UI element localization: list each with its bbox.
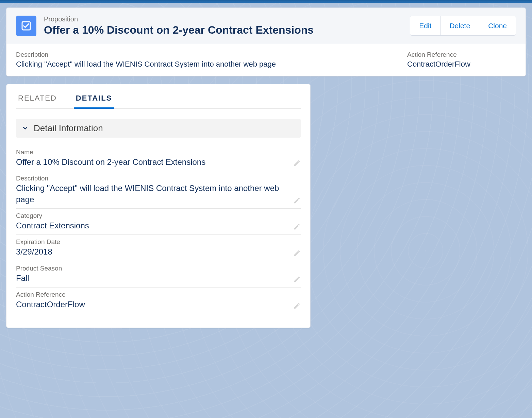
edit-button[interactable]: Edit bbox=[410, 16, 440, 35]
field-description: Description Clicking "Accept" will load … bbox=[16, 171, 301, 209]
field-actionref-label: Action Reference bbox=[16, 291, 288, 298]
tab-related[interactable]: RELATED bbox=[16, 90, 59, 109]
clone-button[interactable]: Clone bbox=[479, 16, 516, 35]
field-category: Category Contract Extensions bbox=[16, 209, 301, 235]
pencil-icon[interactable] bbox=[293, 197, 301, 204]
highlight-description-label: Description bbox=[16, 51, 394, 58]
pencil-icon[interactable] bbox=[293, 159, 301, 167]
field-season-value: Fall bbox=[16, 273, 288, 284]
delete-button[interactable]: Delete bbox=[440, 16, 479, 35]
pencil-icon[interactable] bbox=[293, 249, 301, 257]
pencil-icon[interactable] bbox=[293, 223, 301, 230]
field-product-season: Product Season Fall bbox=[16, 261, 301, 288]
tab-details[interactable]: DETAILS bbox=[74, 90, 114, 109]
highlight-description-value: Clicking "Accept" will load the WIENIS C… bbox=[16, 60, 394, 69]
record-detail-card: RELATED DETAILS Detail Information Name … bbox=[6, 84, 311, 328]
proposition-icon bbox=[16, 16, 36, 36]
field-actionref-value: ContractOrderFlow bbox=[16, 299, 288, 310]
section-title: Detail Information bbox=[34, 123, 103, 134]
pencil-icon[interactable] bbox=[293, 302, 301, 310]
field-category-label: Category bbox=[16, 212, 288, 220]
field-season-label: Product Season bbox=[16, 265, 288, 272]
record-action-bar: Edit Delete Clone bbox=[410, 16, 516, 36]
field-expiration-date: Expiration Date 3/29/2018 bbox=[16, 235, 301, 261]
field-action-reference: Action Reference ContractOrderFlow bbox=[16, 288, 301, 314]
record-highlights: Description Clicking "Accept" will load … bbox=[6, 44, 526, 76]
field-description-label: Description bbox=[16, 175, 288, 182]
record-tabs: RELATED DETAILS bbox=[16, 90, 301, 109]
field-name-label: Name bbox=[16, 149, 288, 156]
field-name-value: Offer a 10% Discount on 2-year Contract … bbox=[16, 157, 288, 168]
field-description-value: Clicking "Accept" will load the WIENIS C… bbox=[16, 183, 288, 205]
field-name: Name Offer a 10% Discount on 2-year Cont… bbox=[16, 145, 301, 171]
record-title: Offer a 10% Discount on 2-year Contract … bbox=[44, 24, 402, 36]
highlight-actionref-value: ContractOrderFlow bbox=[407, 60, 516, 69]
highlight-actionref-label: Action Reference bbox=[407, 51, 516, 58]
record-type-label: Proposition bbox=[44, 15, 402, 23]
section-detail-information[interactable]: Detail Information bbox=[16, 119, 301, 138]
field-expiration-label: Expiration Date bbox=[16, 238, 288, 246]
chevron-down-icon bbox=[21, 124, 29, 132]
pencil-icon[interactable] bbox=[293, 276, 301, 283]
top-app-bar bbox=[0, 0, 532, 3]
field-category-value: Contract Extensions bbox=[16, 220, 288, 231]
field-expiration-value: 3/29/2018 bbox=[16, 246, 288, 257]
record-header: Proposition Offer a 10% Discount on 2-ye… bbox=[6, 8, 526, 44]
record-header-card: Proposition Offer a 10% Discount on 2-ye… bbox=[6, 7, 526, 76]
detail-fields: Name Offer a 10% Discount on 2-year Cont… bbox=[16, 145, 301, 314]
